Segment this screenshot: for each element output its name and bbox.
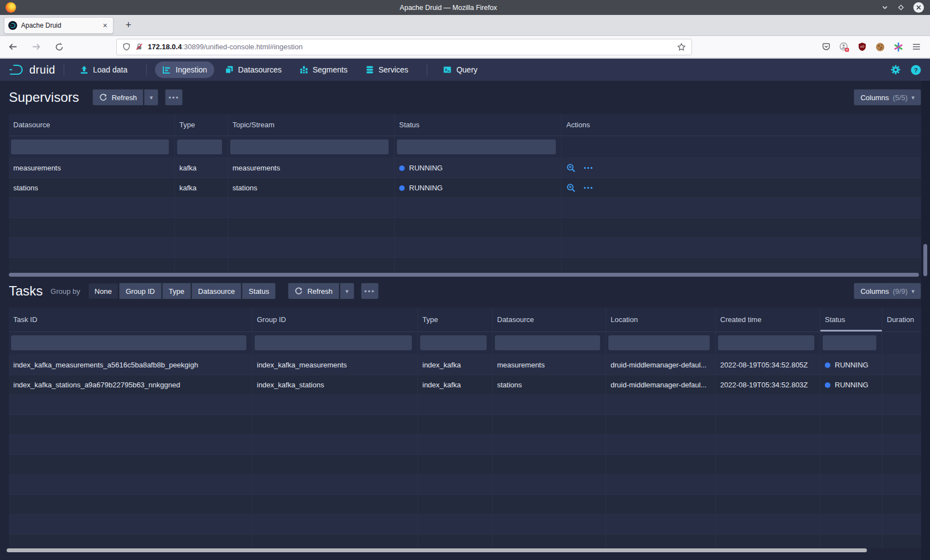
tasks-columns-button[interactable]: Columns(9/9)▾ [854, 283, 921, 299]
nav-separator [146, 64, 147, 75]
scrollbar-thumb[interactable] [9, 273, 919, 277]
column-header-task-id[interactable]: Task ID [9, 308, 252, 331]
type-filter-input[interactable] [177, 139, 222, 154]
cell-duration [882, 375, 921, 395]
cell-group-id: index_kafka_stations [252, 375, 418, 395]
column-header-actions: Actions [562, 114, 921, 136]
nav-item-segments[interactable]: Segments [292, 61, 355, 78]
cell-group-id: index_kafka_measurements [252, 355, 418, 375]
status-dot [399, 165, 405, 171]
back-button[interactable] [6, 40, 20, 54]
tab-apache-druid[interactable]: Apache Druid × [4, 17, 113, 34]
tab-close-icon[interactable]: × [101, 21, 109, 30]
multi-account-extension-icon[interactable] [893, 42, 903, 52]
group-id-filter-input[interactable] [255, 335, 412, 350]
type-filter-input[interactable] [420, 335, 487, 350]
upload-icon [80, 65, 89, 74]
column-header-status[interactable]: Status [395, 114, 562, 136]
scrollbar-thumb[interactable] [7, 548, 867, 552]
settings-gear-icon[interactable] [891, 65, 901, 75]
insecure-lock-icon[interactable] [135, 43, 143, 51]
topic-stream-filter-input[interactable] [230, 139, 389, 154]
nav-item-datasources[interactable]: Datasources [218, 61, 289, 78]
supervisors-refresh-caret-button[interactable]: ▾ [144, 89, 158, 106]
vertical-scrollbar-track [921, 81, 930, 560]
browser-window: Apache Druid — Mozilla Firefox Apache Dr… [0, 0, 930, 560]
location-filter-input[interactable] [608, 335, 710, 350]
vertical-scrollbar-thumb[interactable] [923, 244, 927, 276]
tasks-refresh-caret-button[interactable]: ▾ [340, 283, 354, 299]
group-by-datasource-button[interactable]: Datasource [192, 283, 241, 299]
column-header-group-id[interactable]: Group ID [252, 308, 418, 331]
nav-item-services[interactable]: Services [358, 61, 416, 78]
window-maximize-icon[interactable] [897, 3, 905, 12]
inspect-magnifier-icon[interactable] [566, 163, 576, 173]
tab-title: Apache Druid [21, 22, 97, 29]
pocket-icon[interactable] [822, 42, 831, 51]
status-filter-input[interactable] [823, 335, 876, 350]
window-close-icon[interactable] [913, 2, 924, 13]
created-time-filter-input[interactable] [718, 335, 814, 350]
column-header-datasource[interactable]: Datasource [9, 114, 175, 136]
url-bar[interactable]: 172.18.0.4:30899/unified-console.html#in… [116, 39, 692, 55]
group-by-status-button[interactable]: Status [242, 283, 276, 299]
group-by-group-id-button[interactable]: Group ID [119, 283, 162, 299]
tasks-refresh-button[interactable]: Refresh [288, 283, 339, 299]
column-header-duration[interactable]: Duration [882, 308, 921, 331]
nav-item-ingestion[interactable]: Ingestion [155, 61, 214, 78]
supervisor-row[interactable]: stations kafka stations RUNNING [9, 178, 921, 198]
status-filter-input[interactable] [397, 139, 556, 154]
cell-location: druid-middlemanager-defaul... [606, 355, 716, 375]
column-header-location[interactable]: Location [606, 308, 716, 331]
reload-button[interactable] [52, 40, 66, 54]
cell-task-id: index_kafka_stations_a9a679b22795b63_nnk… [9, 375, 252, 395]
cell-topic: measurements [228, 158, 395, 178]
druid-logo[interactable]: druid [9, 63, 55, 76]
group-by-segmented-control: None Group ID Type Datasource Status [88, 283, 276, 299]
cell-status: RUNNING [820, 355, 882, 375]
forward-button[interactable] [29, 40, 43, 54]
cell-created-time: 2022-08-19T05:34:52.805Z [716, 355, 820, 375]
cookie-extension-icon[interactable] [875, 42, 885, 52]
tasks-refresh-split: Refresh ▾ [288, 283, 354, 299]
tasks-more-button[interactable]: ••• [361, 283, 379, 299]
task-id-filter-input[interactable] [11, 335, 246, 350]
column-header-datasource[interactable]: Datasource [493, 308, 606, 331]
row-more-icon[interactable] [583, 165, 593, 170]
nav-item-query[interactable]: Query [436, 61, 484, 78]
new-tab-button[interactable]: + [121, 18, 136, 33]
row-more-icon[interactable] [583, 185, 593, 190]
nav-separator [427, 64, 427, 75]
tasks-filter-row [9, 332, 921, 355]
column-header-status-sorted[interactable]: Status [820, 308, 882, 331]
column-header-type[interactable]: Type [175, 114, 228, 136]
datasource-filter-input[interactable] [11, 139, 169, 154]
extension-account-icon[interactable] [839, 42, 849, 52]
menu-hamburger-icon[interactable] [912, 42, 921, 51]
window-minimize-icon[interactable] [881, 3, 889, 12]
tab-strip: Apache Druid × + [0, 15, 930, 36]
shield-icon[interactable] [122, 43, 131, 51]
supervisors-more-button[interactable]: ••• [165, 89, 183, 106]
bookmark-star-icon[interactable] [677, 43, 686, 51]
url-host: 172.18.0.4 [148, 43, 182, 51]
inspect-magnifier-icon[interactable] [566, 183, 576, 193]
supervisors-refresh-button[interactable]: Refresh [92, 89, 144, 106]
help-icon[interactable]: ? [911, 65, 921, 75]
url-path: :30899/unified-console.html#ingestion [182, 43, 302, 51]
group-by-type-button[interactable]: Type [162, 283, 191, 299]
nav-item-load-data[interactable]: Load data [73, 61, 135, 78]
column-header-created-time[interactable]: Created time [716, 308, 820, 331]
nav-item-label: Datasources [238, 65, 282, 74]
column-header-type[interactable]: Type [418, 308, 493, 331]
supervisors-columns-button[interactable]: Columns(5/5)▾ [854, 89, 921, 106]
task-row[interactable]: index_kafka_stations_a9a679b22795b63_nnk… [9, 375, 921, 395]
column-header-topic-stream[interactable]: Topic/Stream [228, 114, 395, 136]
supervisor-row[interactable]: measurements kafka measurements RUNNING [9, 158, 921, 178]
services-icon [365, 65, 374, 74]
datasource-filter-input[interactable] [495, 335, 600, 350]
group-by-none-button[interactable]: None [88, 283, 118, 299]
ublock-origin-icon[interactable]: uO [857, 42, 867, 51]
cell-datasource: stations [9, 178, 175, 198]
task-row[interactable]: index_kafka_measurements_a5616c5ba8afb8b… [9, 355, 921, 375]
